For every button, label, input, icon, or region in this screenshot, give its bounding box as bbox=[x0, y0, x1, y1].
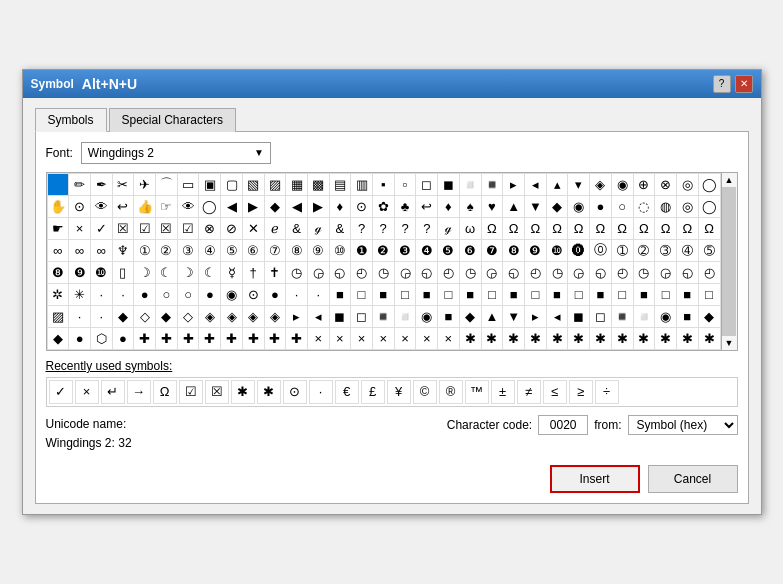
symbol-cell[interactable]: ✏ bbox=[69, 173, 91, 195]
symbol-cell[interactable]: ☞ bbox=[156, 195, 178, 217]
symbol-cell[interactable]: ⑧ bbox=[286, 239, 308, 261]
symbol-cell[interactable]: ◵ bbox=[329, 261, 351, 283]
symbol-cell[interactable]: · bbox=[112, 283, 134, 305]
symbol-cell[interactable]: ◉ bbox=[611, 173, 633, 195]
symbol-cell[interactable]: × bbox=[351, 327, 373, 349]
symbol-cell[interactable]: ✱ bbox=[633, 327, 655, 349]
symbol-cell[interactable]: ⊗ bbox=[655, 173, 677, 195]
symbol-cell[interactable]: ✚ bbox=[221, 327, 243, 349]
symbol-cell[interactable]: ✳ bbox=[69, 283, 91, 305]
symbol-cell[interactable]: ❺ bbox=[438, 239, 460, 261]
symbol-cell[interactable]: ◎ bbox=[676, 173, 698, 195]
symbol-cell[interactable]: ■ bbox=[438, 305, 460, 327]
symbol-cell[interactable]: ■ bbox=[676, 283, 698, 305]
symbol-cell[interactable]: ✝ bbox=[264, 261, 286, 283]
recent-symbol-cell[interactable]: € bbox=[335, 380, 359, 404]
symbol-cell[interactable]: ▣ bbox=[199, 173, 221, 195]
symbol-cell[interactable]: ◻ bbox=[590, 305, 612, 327]
symbol-cell[interactable]: ℊ bbox=[438, 217, 460, 239]
symbol-cell[interactable]: ✲ bbox=[47, 283, 69, 305]
symbol-cell[interactable]: ✱ bbox=[546, 327, 568, 349]
recent-symbol-cell[interactable]: ™ bbox=[465, 380, 489, 404]
symbol-cell[interactable]: ◵ bbox=[503, 261, 525, 283]
symbol-cell[interactable]: 👍 bbox=[134, 195, 156, 217]
symbol-cell[interactable]: ▪ bbox=[372, 173, 394, 195]
symbol-cell[interactable]: ☒ bbox=[112, 217, 134, 239]
symbol-cell[interactable]: □ bbox=[394, 283, 416, 305]
symbol-cell[interactable]: ◍ bbox=[655, 195, 677, 217]
symbol-cell[interactable]: ◷ bbox=[546, 261, 568, 283]
symbol-cell[interactable]: □ bbox=[481, 283, 503, 305]
symbol-cell[interactable]: □ bbox=[655, 283, 677, 305]
symbol-cell[interactable]: ∞ bbox=[47, 239, 69, 261]
symbol-cell[interactable]: ◆ bbox=[459, 305, 481, 327]
symbol-cell[interactable]: ■ bbox=[633, 283, 655, 305]
symbol-cell[interactable]: ◽ bbox=[394, 305, 416, 327]
symbol-cell[interactable]: · bbox=[90, 305, 112, 327]
symbol-cell[interactable]: ◆ bbox=[156, 305, 178, 327]
symbol-cell[interactable]: ● bbox=[134, 283, 156, 305]
symbol-cell[interactable]: ◵ bbox=[676, 261, 698, 283]
symbol-cell[interactable]: ✚ bbox=[177, 327, 199, 349]
symbol-cell[interactable]: ◷ bbox=[286, 261, 308, 283]
symbol-cell[interactable]: ✈ bbox=[134, 173, 156, 195]
symbol-cell[interactable]: ▦ bbox=[286, 173, 308, 195]
symbol-cell[interactable]: ✱ bbox=[459, 327, 481, 349]
symbol-cell[interactable]: □ bbox=[351, 283, 373, 305]
symbol-cell[interactable]: ✱ bbox=[503, 327, 525, 349]
symbol-cell[interactable]: ■ bbox=[329, 283, 351, 305]
symbol-cell[interactable]: ✚ bbox=[199, 327, 221, 349]
scrollbar[interactable]: ▲ ▼ bbox=[721, 173, 737, 350]
char-code-input[interactable] bbox=[538, 415, 588, 435]
symbol-cell[interactable]: · bbox=[90, 283, 112, 305]
symbol-cell[interactable]: × bbox=[372, 327, 394, 349]
symbol-cell[interactable]: ○ bbox=[156, 283, 178, 305]
symbol-cell[interactable]: ✚ bbox=[286, 327, 308, 349]
symbol-cell[interactable]: ◾ bbox=[611, 305, 633, 327]
symbol-cell[interactable]: ◼ bbox=[568, 305, 590, 327]
close-button[interactable]: ✕ bbox=[735, 75, 753, 93]
help-button[interactable]: ? bbox=[713, 75, 731, 93]
insert-button[interactable]: Insert bbox=[550, 465, 640, 493]
symbol-cell[interactable]: ∞ bbox=[90, 239, 112, 261]
symbol-cell[interactable]: ✓ bbox=[90, 217, 112, 239]
symbol-cell[interactable]: ■ bbox=[590, 283, 612, 305]
symbol-cell[interactable]: ◆ bbox=[112, 305, 134, 327]
recent-symbol-cell[interactable]: ✱ bbox=[257, 380, 281, 404]
symbol-cell[interactable]: ☑ bbox=[134, 217, 156, 239]
symbol-cell[interactable]: × bbox=[307, 327, 329, 349]
symbol-cell[interactable]: □ bbox=[525, 283, 547, 305]
symbol-cell[interactable]: ◷ bbox=[372, 261, 394, 283]
symbol-cell[interactable]: ♦ bbox=[329, 195, 351, 217]
symbol-cell[interactable]: ✚ bbox=[242, 327, 264, 349]
symbol-cell[interactable]: □ bbox=[568, 283, 590, 305]
scroll-thumb[interactable] bbox=[722, 187, 736, 336]
symbol-cell[interactable]: ◶ bbox=[655, 261, 677, 283]
tab-special-characters[interactable]: Special Characters bbox=[109, 108, 236, 132]
symbol-cell[interactable]: ☒ bbox=[156, 217, 178, 239]
symbol-cell[interactable]: ❿ bbox=[90, 261, 112, 283]
symbol-cell[interactable]: & bbox=[286, 217, 308, 239]
symbol-cell[interactable]: ✿ bbox=[372, 195, 394, 217]
symbol-cell[interactable]: ▩ bbox=[307, 173, 329, 195]
symbol-cell[interactable]: ➀ bbox=[611, 239, 633, 261]
symbol-cell[interactable]: ◈ bbox=[590, 173, 612, 195]
recent-symbol-cell[interactable]: © bbox=[413, 380, 437, 404]
recent-symbol-cell[interactable]: ⊙ bbox=[283, 380, 307, 404]
symbol-cell[interactable]: ◈ bbox=[199, 305, 221, 327]
symbol-cell[interactable]: ▼ bbox=[525, 195, 547, 217]
symbol-cell[interactable]: ▨ bbox=[264, 173, 286, 195]
symbol-cell[interactable]: ◯ bbox=[199, 195, 221, 217]
symbol-cell[interactable]: Ω bbox=[481, 217, 503, 239]
symbol-cell[interactable]: ✚ bbox=[134, 327, 156, 349]
symbol-cell[interactable]: ℯ bbox=[264, 217, 286, 239]
symbol-cell[interactable]: ▲ bbox=[481, 305, 503, 327]
from-select[interactable]: Symbol (hex) ASCII (decimal) ASCII (hex)… bbox=[628, 415, 738, 435]
symbol-cell[interactable]: ✱ bbox=[698, 327, 720, 349]
symbol-cell[interactable]: ○ bbox=[611, 195, 633, 217]
symbol-cell[interactable]: ❶ bbox=[351, 239, 373, 261]
symbol-cell[interactable]: ■ bbox=[503, 283, 525, 305]
symbol-cell[interactable]: ◴ bbox=[698, 261, 720, 283]
symbol-cell[interactable]: ✱ bbox=[590, 327, 612, 349]
symbol-cell[interactable]: 👁 bbox=[177, 195, 199, 217]
